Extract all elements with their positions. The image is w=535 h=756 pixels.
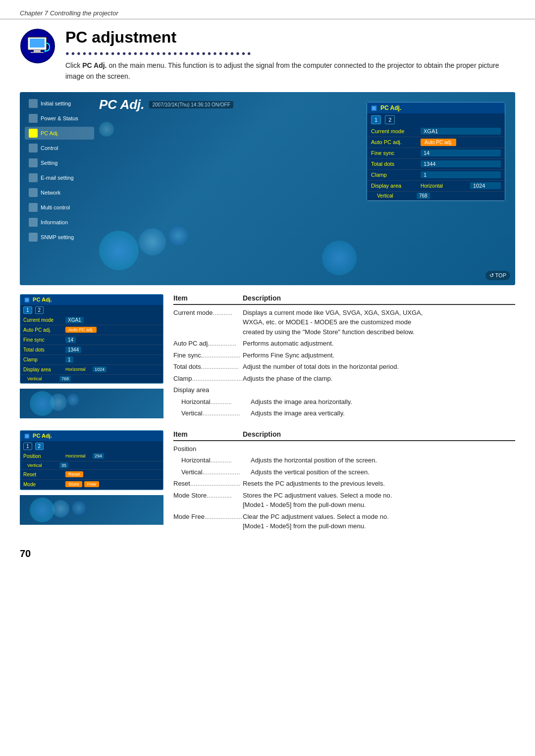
desc2-row-reset: Reset............................ Resets… [173, 479, 515, 489]
bubble-4 [322, 241, 357, 275]
page-number: 70 [20, 548, 31, 559]
proj-datetime: 2007/10/1K(Thu) 14:36:10 ON/OFF [149, 101, 233, 108]
proj-panel-tabs: 1 2 [367, 113, 505, 126]
panel1-left: ▣ PC Adj. 1 2 Current mode XGA1 Auto PC … [20, 294, 163, 420]
spp1-bubble-area [20, 389, 163, 418]
proj-row-vertical: Vertical 768 [367, 192, 505, 201]
sidebar-icon-4 [29, 144, 38, 152]
proj-row-current-mode: Current mode XGA1 [367, 126, 505, 137]
sidebar-icon-3 [29, 129, 38, 138]
proj-row-fine-sync: Fine sync 14 [367, 148, 505, 159]
sidebar-icon-9 [29, 218, 38, 227]
sidebar-network: Network [25, 186, 94, 199]
spp1-row-auto: Auto PC adj. Auto PC adj. [20, 325, 163, 335]
desc1-row-fine: Fine sync...................... Performs… [173, 351, 515, 360]
svg-rect-3 [34, 50, 41, 52]
proj-row-display-area: Display area Horizontal 1024 [367, 181, 505, 192]
spp2-row-mode: Mode Store Free [20, 480, 163, 490]
second-two-panels: ▣ PC Adj. 1 2 Position Horizontal 294 Ve… [0, 430, 535, 533]
spp2-bubble-area [20, 495, 163, 525]
desc1-row-display-area: Display area [173, 385, 515, 395]
bubble-small-3 [67, 394, 79, 406]
proj-tab-2[interactable]: 2 [385, 115, 395, 124]
spp2-title: PC Adj. [33, 433, 52, 439]
bubble-1 [99, 231, 139, 270]
spp1-tabs: 1 2 [20, 305, 163, 315]
spp2-tab-1[interactable]: 1 [23, 443, 32, 450]
pc-adj-icon [20, 28, 55, 64]
spp2-store-btn[interactable]: Store [65, 481, 82, 487]
title-description: Click PC Adj. on the main menu. This fun… [65, 60, 515, 82]
sidebar-icon-8 [29, 203, 38, 212]
bubble-3 [168, 226, 188, 246]
spp1-tab-2[interactable]: 2 [35, 306, 44, 314]
sidebar-icon-5 [29, 158, 38, 167]
desc2-row-horizontal: Horizontal............ Adjusts the horiz… [173, 455, 515, 465]
bubble-small-2 [50, 394, 67, 411]
spp2-header: ▣ PC Adj. [20, 431, 163, 441]
panel2-left: ▣ PC Adj. 1 2 Position Horizontal 294 Ve… [20, 430, 163, 533]
small-panel-1: ▣ PC Adj. 1 2 Current mode XGA1 Auto PC … [20, 294, 163, 384]
bubble-5 [99, 122, 114, 137]
title-section: PC adjustment ● ● ● ● ● ● ● ● ● ● ● ● ● … [0, 19, 535, 87]
desc1-col-desc: Description [243, 294, 281, 302]
spp1-auto-btn[interactable]: Auto PC adj. [65, 327, 97, 333]
proj-title: PC Adj. [99, 97, 144, 112]
description1: Item Description Current mode...........… [173, 294, 515, 420]
desc2-row-vertical: Vertical..................... Adjusts th… [173, 467, 515, 477]
spp1-tab-1[interactable]: 1 [23, 306, 32, 314]
page-header: Chapter 7 Controlling the projector [0, 0, 535, 19]
desc1-col-item: Item [173, 294, 243, 302]
sidebar-setting: Setting [25, 156, 94, 169]
spp1-row-total: Total dots 1344 [20, 345, 163, 355]
sidebar-icon-6 [29, 173, 38, 182]
desc1-row-vertical: Vertical..................... Adjusts th… [173, 408, 515, 418]
desc2-col-desc: Description [243, 430, 281, 438]
desc2-header: Item Description [173, 430, 515, 441]
spp1-header: ▣ PC Adj. [20, 295, 163, 305]
projector-panel: ▣ PC Adj. 1 2 Current mode XGA1 Auto PC … [367, 102, 505, 201]
spp1-title: PC Adj. [33, 297, 52, 302]
page-footer: 70 [0, 543, 535, 564]
spp2-row-position: Position Horizontal 294 [20, 452, 163, 461]
desc1-row-horizontal: Horizontal............ Adjusts the image… [173, 397, 515, 407]
desc2-row-mode-free: Mode Free..................... Clear the… [173, 512, 515, 531]
page-title: PC adjustment [65, 28, 515, 47]
top-button[interactable]: ↺ TOP [485, 271, 510, 280]
desc1-row-clamp: Clamp............................ Adjust… [173, 374, 515, 384]
sidebar-icon-2 [29, 114, 38, 123]
sidebar-info: Information [25, 216, 94, 229]
svg-rect-4 [31, 52, 44, 53]
proj-row-auto-pc: Auto PC adj. Auto PC adj. [367, 137, 505, 148]
title-content: PC adjustment ● ● ● ● ● ● ● ● ● ● ● ● ● … [65, 28, 515, 82]
spp1-row-current: Current mode XGA1 [20, 315, 163, 325]
proj-panel-header: ▣ PC Adj. [367, 102, 505, 113]
sidebar-pc-adj: PC Adj. [25, 127, 94, 140]
svg-rect-2 [30, 39, 45, 48]
desc1-row-auto: Auto PC adj................ Performs aut… [173, 339, 515, 349]
sidebar-initial-setting: Initial setting [25, 97, 94, 110]
sidebar-multi: Multi control [25, 201, 94, 214]
projector-sidebar: Initial setting Power & Status PC Adj. C… [25, 97, 94, 244]
description2: Item Description Position Horizontal....… [173, 430, 515, 533]
chapter-title: Chapter 7 Controlling the projector [20, 9, 118, 17]
proj-tab-1[interactable]: 1 [371, 115, 381, 124]
auto-pc-adj-button[interactable]: Auto PC adj. [421, 139, 456, 146]
spp2-row-vertical: Vertical 35 [20, 461, 163, 470]
sidebar-icon [29, 99, 38, 108]
small-panel-2: ▣ PC Adj. 1 2 Position Horizontal 294 Ve… [20, 430, 163, 490]
spp2-free-btn[interactable]: Free [84, 481, 100, 487]
bubble-small-4 [30, 498, 54, 522]
desc2-row-mode-store: Mode Store.............. Stores the PC a… [173, 491, 515, 510]
sidebar-icon-10 [29, 233, 38, 242]
spp1-row-fine: Fine sync 14 [20, 335, 163, 345]
desc1-header: Item Description [173, 294, 515, 305]
proj-row-clamp: Clamp 1 [367, 170, 505, 181]
bubble-small-5 [52, 500, 69, 517]
bubble-small-6 [72, 501, 86, 515]
dots-decoration: ● ● ● ● ● ● ● ● ● ● ● ● ● ● ● ● ● ● ● ● … [65, 50, 515, 57]
spp2-reset-btn[interactable]: Reset [65, 471, 83, 477]
spp2-tab-2[interactable]: 2 [35, 443, 44, 450]
desc1-row-total: Total dots..................... Adjust t… [173, 362, 515, 372]
spp1-row-display: Display area Horizontal 1024 [20, 365, 163, 375]
